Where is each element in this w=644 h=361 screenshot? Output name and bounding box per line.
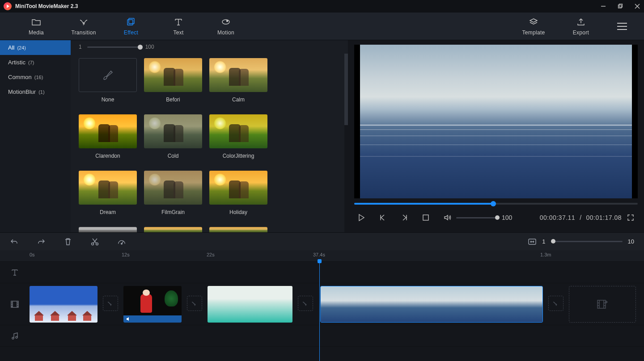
frame-forward-button[interactable] (400, 213, 409, 222)
timeline-clip-selected[interactable] (320, 286, 543, 323)
timeline-ruler[interactable]: 0s 12s 22s 37.4s 1.3m (0, 250, 644, 262)
time-current: 00:00:37.11 (540, 214, 575, 221)
sidebar-item-all[interactable]: All (24) (0, 40, 71, 55)
effect-thumb (79, 114, 137, 148)
transition-slot[interactable] (187, 296, 202, 311)
effect-item-partial[interactable] (79, 227, 137, 232)
tab-label: Media (29, 29, 44, 36)
video-track (0, 283, 644, 325)
effect-item-calm[interactable]: Calm (209, 58, 267, 103)
sidebar-item-count: (1) (38, 89, 44, 95)
tab-motion[interactable]: Motion (202, 17, 250, 36)
export-button[interactable]: Export (557, 17, 605, 36)
text-track-body[interactable] (30, 262, 644, 283)
tab-media[interactable]: Media (13, 17, 60, 36)
sidebar-item-artistic[interactable]: Artistic (7) (0, 55, 71, 70)
timeline-clip[interactable] (208, 286, 292, 323)
preview-panel: 100 00:00:37.11/00:01:17.08 (348, 40, 644, 232)
video-track-body[interactable] (30, 283, 644, 325)
transition-slot[interactable] (298, 296, 313, 311)
speed-button[interactable] (117, 237, 126, 246)
effect-item-holiday[interactable]: Holiday (209, 171, 267, 215)
gallery-scrollbar[interactable] (344, 54, 348, 232)
close-button[interactable] (634, 3, 640, 9)
sidebar-item-label: All (8, 44, 14, 51)
time-separator: / (580, 214, 581, 221)
text-track-icon (0, 269, 30, 277)
zoom-knob[interactable] (551, 239, 555, 243)
tab-label: Motion (217, 29, 234, 36)
sidebar-item-motionblur[interactable]: MotionBlur (1) (0, 84, 71, 99)
effect-item-colorjittering[interactable]: ColorJittering (209, 114, 267, 159)
effect-thumb (209, 114, 267, 148)
preview-canvas[interactable] (354, 45, 638, 198)
video-track-icon (0, 300, 30, 308)
volume-knob[interactable] (495, 215, 500, 220)
sidebar-item-label: Artistic (8, 59, 25, 66)
ruler-tick: 1.3m (540, 252, 551, 257)
time-total: 00:01:17.08 (586, 214, 622, 221)
audio-track-icon (0, 332, 30, 340)
transition-slot[interactable] (103, 296, 118, 311)
maximize-button[interactable] (617, 3, 623, 9)
opacity-max-label: 100 (145, 44, 154, 50)
effect-item-filmgrain[interactable]: FilmGrain (144, 171, 202, 215)
tab-label: Transition (71, 29, 96, 36)
transition-slot[interactable] (548, 296, 564, 311)
volume-slider[interactable] (456, 217, 497, 218)
effect-item-none[interactable]: None (79, 58, 137, 103)
template-button[interactable]: Template (510, 17, 557, 36)
seek-knob[interactable] (491, 201, 496, 206)
effect-item-cold[interactable]: Cold (144, 114, 202, 159)
opacity-slider[interactable] (87, 46, 140, 48)
preview-seek-bar[interactable] (354, 200, 638, 207)
fit-button[interactable] (528, 237, 537, 246)
clip-placeholder[interactable] (569, 286, 636, 323)
effect-gallery: 1 100 None Befori Calm Clarendon Cold Co… (71, 40, 348, 232)
frame-back-button[interactable] (378, 213, 387, 222)
svg-point-12 (121, 243, 123, 244)
opacity-slider-knob[interactable] (138, 45, 143, 50)
effect-thumb (79, 58, 137, 92)
svg-rect-9 (423, 215, 428, 220)
zoom-slider[interactable] (551, 241, 623, 242)
tab-transition[interactable]: Transition (60, 17, 107, 36)
effect-label: FilmGrain (161, 209, 185, 215)
zoom-min-label: 1 (542, 238, 545, 245)
sidebar-item-common[interactable]: Common (16) (0, 70, 71, 84)
timeline-clip[interactable] (123, 286, 182, 323)
split-button[interactable] (90, 237, 99, 246)
effect-item-partial[interactable] (144, 227, 202, 232)
effect-item-dream[interactable]: Dream (79, 171, 137, 215)
text-track (0, 262, 644, 283)
svg-rect-6 (127, 20, 133, 25)
effect-item-befori[interactable]: Befori (144, 58, 202, 103)
minimize-button[interactable] (600, 3, 606, 9)
audio-track-body[interactable] (30, 325, 644, 346)
ruler-tick: 12s (122, 252, 130, 257)
tab-effect[interactable]: Effect (107, 17, 155, 36)
svg-point-8 (227, 20, 228, 21)
effect-label: Calm (232, 97, 245, 103)
sidebar-item-count: (24) (17, 45, 26, 50)
play-button[interactable] (357, 213, 366, 222)
effect-thumb (209, 171, 267, 205)
volume-icon[interactable] (443, 213, 452, 222)
effect-item-clarendon[interactable]: Clarendon (79, 114, 137, 159)
menu-button[interactable] (613, 23, 631, 30)
effect-item-partial[interactable] (209, 227, 267, 232)
speaker-icon (126, 316, 131, 322)
delete-button[interactable] (64, 237, 72, 246)
fullscreen-button[interactable] (626, 213, 635, 222)
scrollbar-thumb[interactable] (344, 54, 348, 125)
main-toolbar: Media Transition Effect Text Motion Temp… (0, 13, 644, 40)
redo-button[interactable] (37, 237, 46, 246)
tab-text[interactable]: Text (155, 17, 202, 36)
preview-frame (360, 45, 632, 198)
timeline-clip[interactable] (30, 286, 97, 323)
undo-button[interactable] (10, 237, 19, 246)
preview-controls: 100 00:00:37.11/00:01:17.08 (354, 207, 638, 228)
stop-button[interactable] (421, 213, 430, 222)
add-media-icon (596, 298, 609, 311)
ruler-tick: 22s (207, 252, 215, 257)
